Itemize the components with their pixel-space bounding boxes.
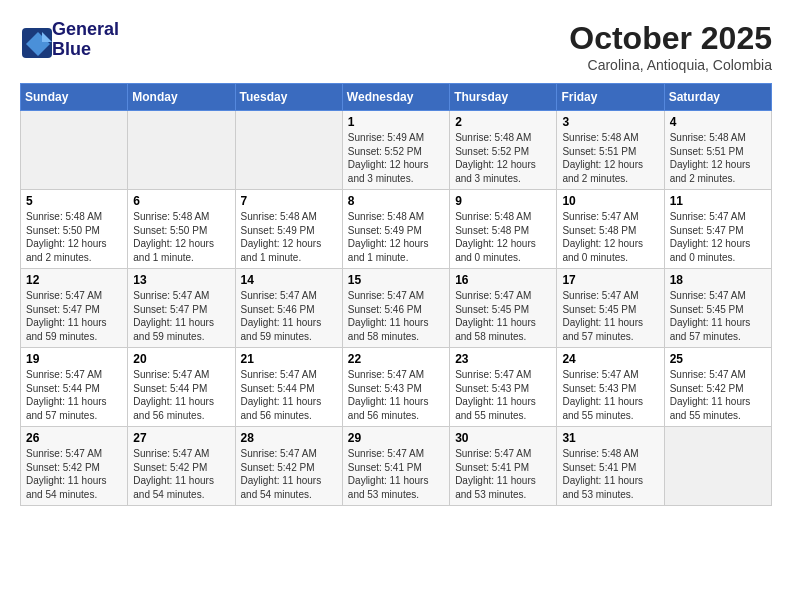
month-title: October 2025 xyxy=(569,20,772,57)
calendar-cell: 21Sunrise: 5:47 AMSunset: 5:44 PMDayligh… xyxy=(235,348,342,427)
calendar-cell: 7Sunrise: 5:48 AMSunset: 5:49 PMDaylight… xyxy=(235,190,342,269)
cell-info: Sunrise: 5:47 AMSunset: 5:48 PMDaylight:… xyxy=(562,210,658,264)
calendar-cell: 3Sunrise: 5:48 AMSunset: 5:51 PMDaylight… xyxy=(557,111,664,190)
week-row-5: 26Sunrise: 5:47 AMSunset: 5:42 PMDayligh… xyxy=(21,427,772,506)
cell-info: Sunrise: 5:48 AMSunset: 5:52 PMDaylight:… xyxy=(455,131,551,185)
day-number: 7 xyxy=(241,194,337,208)
day-number: 18 xyxy=(670,273,766,287)
week-row-2: 5Sunrise: 5:48 AMSunset: 5:50 PMDaylight… xyxy=(21,190,772,269)
cell-info: Sunrise: 5:47 AMSunset: 5:42 PMDaylight:… xyxy=(133,447,229,501)
cell-info: Sunrise: 5:47 AMSunset: 5:45 PMDaylight:… xyxy=(455,289,551,343)
calendar-cell: 27Sunrise: 5:47 AMSunset: 5:42 PMDayligh… xyxy=(128,427,235,506)
cell-info: Sunrise: 5:47 AMSunset: 5:47 PMDaylight:… xyxy=(670,210,766,264)
day-number: 17 xyxy=(562,273,658,287)
day-number: 5 xyxy=(26,194,122,208)
day-number: 22 xyxy=(348,352,444,366)
calendar-cell: 28Sunrise: 5:47 AMSunset: 5:42 PMDayligh… xyxy=(235,427,342,506)
calendar-cell: 13Sunrise: 5:47 AMSunset: 5:47 PMDayligh… xyxy=(128,269,235,348)
calendar-cell: 22Sunrise: 5:47 AMSunset: 5:43 PMDayligh… xyxy=(342,348,449,427)
day-header-tuesday: Tuesday xyxy=(235,84,342,111)
calendar-cell: 19Sunrise: 5:47 AMSunset: 5:44 PMDayligh… xyxy=(21,348,128,427)
day-header-sunday: Sunday xyxy=(21,84,128,111)
calendar-table: SundayMondayTuesdayWednesdayThursdayFrid… xyxy=(20,83,772,506)
calendar-cell: 20Sunrise: 5:47 AMSunset: 5:44 PMDayligh… xyxy=(128,348,235,427)
calendar-cell: 14Sunrise: 5:47 AMSunset: 5:46 PMDayligh… xyxy=(235,269,342,348)
day-number: 2 xyxy=(455,115,551,129)
day-number: 11 xyxy=(670,194,766,208)
calendar-cell: 25Sunrise: 5:47 AMSunset: 5:42 PMDayligh… xyxy=(664,348,771,427)
day-number: 6 xyxy=(133,194,229,208)
cell-info: Sunrise: 5:47 AMSunset: 5:41 PMDaylight:… xyxy=(348,447,444,501)
cell-info: Sunrise: 5:49 AMSunset: 5:52 PMDaylight:… xyxy=(348,131,444,185)
day-number: 21 xyxy=(241,352,337,366)
calendar-cell: 26Sunrise: 5:47 AMSunset: 5:42 PMDayligh… xyxy=(21,427,128,506)
calendar-cell: 30Sunrise: 5:47 AMSunset: 5:41 PMDayligh… xyxy=(450,427,557,506)
calendar-cell xyxy=(664,427,771,506)
week-row-4: 19Sunrise: 5:47 AMSunset: 5:44 PMDayligh… xyxy=(21,348,772,427)
day-number: 31 xyxy=(562,431,658,445)
calendar-cell: 11Sunrise: 5:47 AMSunset: 5:47 PMDayligh… xyxy=(664,190,771,269)
day-number: 19 xyxy=(26,352,122,366)
calendar-cell: 1Sunrise: 5:49 AMSunset: 5:52 PMDaylight… xyxy=(342,111,449,190)
day-header-thursday: Thursday xyxy=(450,84,557,111)
day-number: 20 xyxy=(133,352,229,366)
calendar-cell: 2Sunrise: 5:48 AMSunset: 5:52 PMDaylight… xyxy=(450,111,557,190)
cell-info: Sunrise: 5:47 AMSunset: 5:46 PMDaylight:… xyxy=(241,289,337,343)
day-header-wednesday: Wednesday xyxy=(342,84,449,111)
calendar-cell: 29Sunrise: 5:47 AMSunset: 5:41 PMDayligh… xyxy=(342,427,449,506)
day-number: 25 xyxy=(670,352,766,366)
cell-info: Sunrise: 5:47 AMSunset: 5:42 PMDaylight:… xyxy=(241,447,337,501)
cell-info: Sunrise: 5:48 AMSunset: 5:51 PMDaylight:… xyxy=(670,131,766,185)
cell-info: Sunrise: 5:47 AMSunset: 5:45 PMDaylight:… xyxy=(670,289,766,343)
cell-info: Sunrise: 5:48 AMSunset: 5:51 PMDaylight:… xyxy=(562,131,658,185)
calendar-cell: 12Sunrise: 5:47 AMSunset: 5:47 PMDayligh… xyxy=(21,269,128,348)
day-header-saturday: Saturday xyxy=(664,84,771,111)
calendar-cell xyxy=(235,111,342,190)
day-number: 4 xyxy=(670,115,766,129)
day-number: 1 xyxy=(348,115,444,129)
day-number: 26 xyxy=(26,431,122,445)
day-number: 3 xyxy=(562,115,658,129)
cell-info: Sunrise: 5:47 AMSunset: 5:43 PMDaylight:… xyxy=(348,368,444,422)
calendar-header-row: SundayMondayTuesdayWednesdayThursdayFrid… xyxy=(21,84,772,111)
cell-info: Sunrise: 5:48 AMSunset: 5:49 PMDaylight:… xyxy=(241,210,337,264)
page-header: General Blue October 2025 Carolina, Anti… xyxy=(20,20,772,73)
day-number: 23 xyxy=(455,352,551,366)
day-number: 15 xyxy=(348,273,444,287)
day-number: 16 xyxy=(455,273,551,287)
cell-info: Sunrise: 5:47 AMSunset: 5:42 PMDaylight:… xyxy=(26,447,122,501)
cell-info: Sunrise: 5:48 AMSunset: 5:50 PMDaylight:… xyxy=(133,210,229,264)
day-number: 13 xyxy=(133,273,229,287)
cell-info: Sunrise: 5:48 AMSunset: 5:50 PMDaylight:… xyxy=(26,210,122,264)
cell-info: Sunrise: 5:47 AMSunset: 5:44 PMDaylight:… xyxy=(133,368,229,422)
calendar-cell: 8Sunrise: 5:48 AMSunset: 5:49 PMDaylight… xyxy=(342,190,449,269)
calendar-cell: 6Sunrise: 5:48 AMSunset: 5:50 PMDaylight… xyxy=(128,190,235,269)
cell-info: Sunrise: 5:47 AMSunset: 5:44 PMDaylight:… xyxy=(26,368,122,422)
calendar-cell: 31Sunrise: 5:48 AMSunset: 5:41 PMDayligh… xyxy=(557,427,664,506)
cell-info: Sunrise: 5:48 AMSunset: 5:49 PMDaylight:… xyxy=(348,210,444,264)
day-number: 8 xyxy=(348,194,444,208)
cell-info: Sunrise: 5:47 AMSunset: 5:45 PMDaylight:… xyxy=(562,289,658,343)
calendar-cell: 5Sunrise: 5:48 AMSunset: 5:50 PMDaylight… xyxy=(21,190,128,269)
day-number: 12 xyxy=(26,273,122,287)
logo: General Blue xyxy=(20,20,119,60)
day-number: 14 xyxy=(241,273,337,287)
logo-text: General Blue xyxy=(52,20,119,60)
day-number: 9 xyxy=(455,194,551,208)
cell-info: Sunrise: 5:47 AMSunset: 5:41 PMDaylight:… xyxy=(455,447,551,501)
day-header-friday: Friday xyxy=(557,84,664,111)
day-number: 10 xyxy=(562,194,658,208)
day-number: 29 xyxy=(348,431,444,445)
title-block: October 2025 Carolina, Antioquia, Colomb… xyxy=(569,20,772,73)
cell-info: Sunrise: 5:47 AMSunset: 5:46 PMDaylight:… xyxy=(348,289,444,343)
calendar-cell: 18Sunrise: 5:47 AMSunset: 5:45 PMDayligh… xyxy=(664,269,771,348)
cell-info: Sunrise: 5:47 AMSunset: 5:43 PMDaylight:… xyxy=(562,368,658,422)
week-row-3: 12Sunrise: 5:47 AMSunset: 5:47 PMDayligh… xyxy=(21,269,772,348)
calendar-cell: 15Sunrise: 5:47 AMSunset: 5:46 PMDayligh… xyxy=(342,269,449,348)
day-number: 28 xyxy=(241,431,337,445)
calendar-cell: 9Sunrise: 5:48 AMSunset: 5:48 PMDaylight… xyxy=(450,190,557,269)
calendar-cell xyxy=(128,111,235,190)
cell-info: Sunrise: 5:48 AMSunset: 5:48 PMDaylight:… xyxy=(455,210,551,264)
logo-icon xyxy=(20,26,48,54)
calendar-cell: 17Sunrise: 5:47 AMSunset: 5:45 PMDayligh… xyxy=(557,269,664,348)
